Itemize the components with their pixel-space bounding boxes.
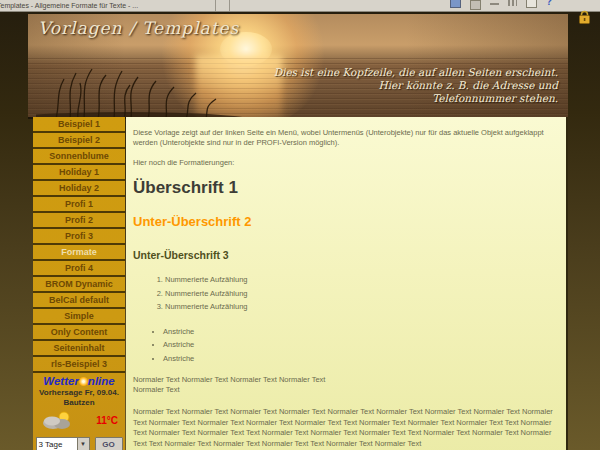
temperature-value: 11°C <box>96 415 118 426</box>
site-title: Vorlagen / Templates <box>38 18 239 38</box>
sun-logo-icon <box>79 377 88 386</box>
sidebar-item-label: BelCal default <box>49 295 109 305</box>
sidebar-item-label: Profi 2 <box>65 215 93 225</box>
sidebar-menu-item[interactable]: Only Content <box>33 325 125 341</box>
heading-2: Unter-Überschrift 2 <box>133 215 566 229</box>
sidebar-menu-item[interactable]: Simple <box>33 309 125 325</box>
browser-tab[interactable]: Templates - Allgemeine Formate für Texte… <box>0 0 216 11</box>
sidebar-item-label: Seiteninhalt <box>53 343 104 353</box>
browser-titlebar: Templates - Allgemeine Formate für Texte… <box>0 0 600 12</box>
formats-intro-line: Hier noch die Formatierungen: <box>133 158 563 168</box>
forecast-range-select[interactable]: 3 Tage ▼ <box>36 437 90 450</box>
browser-tab-title: Templates - Allgemeine Formate für Texte… <box>0 2 138 9</box>
numbered-list: Nummerierte AufzählungNummerierte Aufzäh… <box>133 273 566 314</box>
wetteronline-logo[interactable]: Wetternline <box>33 375 125 388</box>
sidebar-item-label: rls-Beispiel 3 <box>51 359 107 369</box>
sidebar-menu-item[interactable]: Profi 1 <box>33 197 125 213</box>
numbered-list-item: Nummerierte Aufzählung <box>165 287 566 301</box>
sidebar-menu-item[interactable]: Formate <box>33 245 125 261</box>
weather-widget: Wetternline Vorhersage Fr, 09.04. Bautze… <box>33 375 125 450</box>
heading-3: Unter-Überschrift 3 <box>133 249 566 261</box>
chevron-down-icon[interactable]: ▼ <box>77 438 89 450</box>
intro-paragraph: Diese Vorlage zeigt auf der linken Seite… <box>133 128 563 148</box>
go-button[interactable]: GO <box>95 437 123 450</box>
tagline-line: Hier könnte z. B. die Adresse und <box>274 79 558 92</box>
sidebar-item-label: Profi 4 <box>65 263 93 273</box>
sidebar-menu-item[interactable]: Beispiel 2 <box>33 133 125 149</box>
normal-text-line: Normaler Text <box>133 385 563 395</box>
weather-city: Bautzen <box>33 398 125 408</box>
sidebar-item-label: Holiday 2 <box>59 183 99 193</box>
sidebar-menu-item[interactable]: BelCal default <box>33 293 125 309</box>
minimize-icon[interactable] <box>490 0 499 5</box>
sidebar-item-label: Simple <box>64 311 94 321</box>
numbered-list-item: Nummerierte Aufzählung <box>165 273 566 287</box>
sidebar-item-label: Beispiel 2 <box>58 135 100 145</box>
weather-forecast-label: Vorhersage Fr, 09.04. <box>33 388 125 398</box>
sidebar-menu-item[interactable]: Holiday 2 <box>33 181 125 197</box>
sidebar: Beispiel 1 Beispiel 2 Sonnenblume Holida… <box>33 117 125 450</box>
normal-text-paragraph: Normaler Text Normaler Text Normaler Tex… <box>133 407 563 449</box>
list-icon[interactable] <box>508 0 517 6</box>
sidebar-menu-item[interactable]: Profi 2 <box>33 213 125 229</box>
sidebar-item-label: Holiday 1 <box>59 167 99 177</box>
sidebar-menu-item[interactable]: Beispiel 1 <box>33 117 125 133</box>
bullet-list-item: Anstriche <box>163 352 566 366</box>
normal-text-line: Normaler Text Normaler Text Normaler Tex… <box>133 375 563 385</box>
sidebar-menu-item[interactable]: Holiday 1 <box>33 165 125 181</box>
sidebar-item-label: BROM Dynamic <box>45 279 113 289</box>
dune-grass-icon <box>36 63 261 119</box>
sidebar-item-label: Sonnenblume <box>49 151 109 161</box>
browser-toolbar-button[interactable] <box>216 0 230 11</box>
help-icon[interactable]: ? <box>546 0 552 7</box>
tagline-line: Telefonnummer stehen. <box>274 92 558 105</box>
sidebar-menu-item[interactable]: Sonnenblume <box>33 149 125 165</box>
header-tagline: Dies ist eine Kopfzeile, die auf allen S… <box>274 66 558 105</box>
bullet-list: AnstricheAnstricheAnstriche <box>133 325 566 366</box>
screenshot-root: Templates - Allgemeine Formate für Texte… <box>0 0 600 450</box>
lock-icon <box>577 10 592 24</box>
forecast-range-value: 3 Tage <box>37 438 77 450</box>
tagline-line: Dies ist eine Kopfzeile, die auf allen S… <box>274 66 558 79</box>
main-content: Diese Vorlage zeigt auf der linken Seite… <box>126 117 568 450</box>
page-icon[interactable] <box>526 0 537 8</box>
page-header: Vorlagen / Templates Dies ist eine Kopfz… <box>28 14 568 119</box>
sidebar-menu-item[interactable]: Profi 3 <box>33 229 125 245</box>
document-icon[interactable] <box>450 0 461 8</box>
print-icon[interactable] <box>470 0 481 10</box>
sidebar-item-label: Formate <box>61 247 97 257</box>
sidebar-menu: Beispiel 1 Beispiel 2 Sonnenblume Holida… <box>33 117 125 373</box>
sidebar-menu-item[interactable]: rls-Beispiel 3 <box>33 357 125 373</box>
heading-1: Überschrift 1 <box>133 179 566 197</box>
sidebar-menu-item[interactable]: Seiteninhalt <box>33 341 125 357</box>
bullet-list-item: Anstriche <box>163 338 566 352</box>
sidebar-item-label: Profi 3 <box>65 231 93 241</box>
numbered-list-item: Nummerierte Aufzählung <box>165 300 566 314</box>
sidebar-item-label: Profi 1 <box>65 199 93 209</box>
sidebar-item-label: Only Content <box>51 327 108 337</box>
sidebar-menu-item[interactable]: Profi 4 <box>33 261 125 277</box>
cloud-sun-icon <box>40 411 74 430</box>
sidebar-item-label: Beispiel 1 <box>58 119 100 129</box>
bullet-list-item: Anstriche <box>163 325 566 339</box>
browser-toolbar-icons: ? <box>450 0 552 10</box>
sidebar-menu-item[interactable]: BROM Dynamic <box>33 277 125 293</box>
